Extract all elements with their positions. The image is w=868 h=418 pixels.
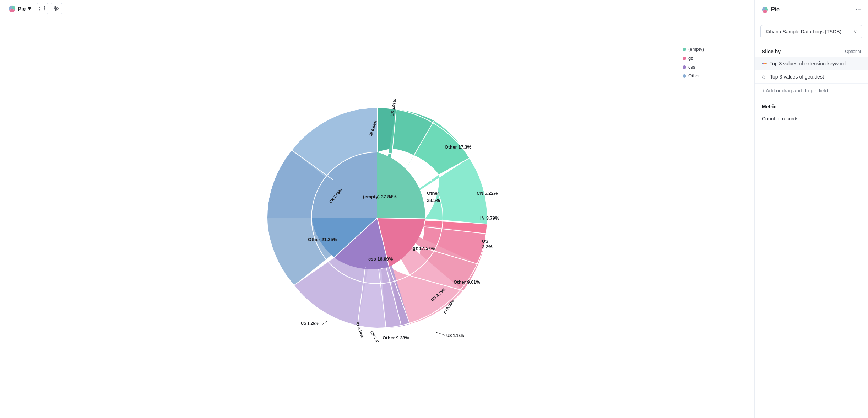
label-inner-other-285-2: 28.5% xyxy=(427,198,440,203)
svg-line-29 xyxy=(434,332,445,335)
label-us-22-2: 2.2% xyxy=(482,244,493,250)
legend-dot-gz xyxy=(683,57,686,60)
toolbar: Pie ▾ xyxy=(0,0,754,17)
chart-area: Other 17.3% CN 5.22% IN 3.79% US 2.2% Ot… xyxy=(0,17,754,418)
panel-header: Pie ··· xyxy=(755,0,868,19)
main-area: Pie ▾ xyxy=(0,0,754,418)
select-tool-button[interactable] xyxy=(37,3,48,14)
settings-icon xyxy=(54,6,59,11)
legend-label-css: css xyxy=(688,64,695,70)
legend-menu-empty[interactable]: ⋮ xyxy=(706,46,712,53)
label-other-961: Other 9.61% xyxy=(454,279,481,285)
pie-title-button[interactable]: Pie ▾ xyxy=(6,4,34,14)
panel-title: Pie xyxy=(762,6,780,13)
label-cn-34: CN 3.4% xyxy=(369,330,381,342)
pie-chart-icon xyxy=(9,5,16,12)
slice-item-extension[interactable]: Top 3 values of extension.keyword xyxy=(755,57,868,70)
add-field-label: + Add or drag-and-drop a field xyxy=(762,88,828,93)
legend-dot-css xyxy=(683,65,686,69)
label-inner-other-285: Other xyxy=(427,191,439,196)
select-icon xyxy=(39,6,45,11)
legend-menu-other[interactable]: ⋮ xyxy=(706,73,712,79)
metric-section: Metric Count of records xyxy=(755,98,868,130)
slice-geo-icon: ◇ xyxy=(762,74,766,80)
legend-menu-css[interactable]: ⋮ xyxy=(706,64,712,70)
metric-value: Count of records xyxy=(762,113,861,124)
inner-empty xyxy=(377,152,425,219)
label-in-379: IN 3.79% xyxy=(480,215,499,221)
legend-item-other: Other ⋮ xyxy=(683,73,712,79)
legend-dot-other xyxy=(683,74,686,78)
legend-label-other: Other xyxy=(688,73,700,79)
legend-item-empty: (empty) ⋮ xyxy=(683,46,712,53)
label-empty-3784: (empty) 37.84% xyxy=(363,194,397,199)
label-outer-other-2125: Other 21.25% xyxy=(308,237,337,242)
panel-menu-button[interactable]: ··· xyxy=(856,6,861,13)
slice-by-label: Slice by xyxy=(762,49,781,54)
panel-title-text: Pie xyxy=(771,6,780,13)
optional-label: Optional xyxy=(845,49,861,54)
svg-rect-1 xyxy=(40,6,45,11)
svg-line-30 xyxy=(322,321,327,325)
slice-indicator-extension xyxy=(762,63,767,64)
slice-label-extension: Top 3 values of extension.keyword xyxy=(770,61,846,66)
svg-point-6 xyxy=(56,8,58,9)
add-field-button[interactable]: + Add or drag-and-drop a field xyxy=(755,84,868,98)
pie-label: Pie xyxy=(18,6,26,12)
slice-label-geo: Top 3 values of geo.dest xyxy=(770,74,824,80)
legend-label-gz: gz xyxy=(688,55,693,61)
legend-item-css: css ⋮ xyxy=(683,64,712,70)
slice-by-header: Slice by Optional xyxy=(755,44,868,57)
svg-point-5 xyxy=(55,6,56,8)
right-panel: Pie ··· Kibana Sample Data Logs (TSDB) ∨… xyxy=(754,0,868,418)
settings-button[interactable] xyxy=(51,3,62,14)
slice-item-geo[interactable]: ◇ Top 3 values of geo.dest xyxy=(755,70,868,84)
metric-label: Metric xyxy=(762,104,861,109)
chevron-icon: ▾ xyxy=(28,5,31,12)
pie-chart-container: Other 17.3% CN 5.22% IN 3.79% US 2.2% Ot… xyxy=(253,93,501,342)
label-gz-1757: gz 17.57% xyxy=(413,246,435,251)
legend-dot-empty xyxy=(683,48,686,51)
legend: (empty) ⋮ gz ⋮ css ⋮ Other ⋮ xyxy=(683,46,712,79)
legend-menu-gz[interactable]: ⋮ xyxy=(706,55,712,61)
label-us-115: US 1.15% xyxy=(446,333,464,338)
label-other-173: Other 17.3% xyxy=(445,144,472,150)
label-cn-522: CN 5.22% xyxy=(477,191,498,196)
data-source-selector[interactable]: Kibana Sample Data Logs (TSDB) ∨ xyxy=(760,25,862,38)
label-us-22: US xyxy=(482,239,488,244)
data-source-chevron: ∨ xyxy=(853,29,857,34)
label-other-928: Other 9.28% xyxy=(383,335,409,341)
legend-item-gz: gz ⋮ xyxy=(683,55,712,61)
panel-pie-icon xyxy=(762,6,768,13)
data-source-label: Kibana Sample Data Logs (TSDB) xyxy=(766,29,841,34)
legend-label-empty: (empty) xyxy=(688,47,704,52)
label-css-1609: css 16.09% xyxy=(368,256,393,262)
svg-point-7 xyxy=(55,9,56,11)
pie-chart-svg: Other 17.3% CN 5.22% IN 3.79% US 2.2% Ot… xyxy=(253,93,501,342)
label-us-126: US 1.26% xyxy=(301,321,319,325)
